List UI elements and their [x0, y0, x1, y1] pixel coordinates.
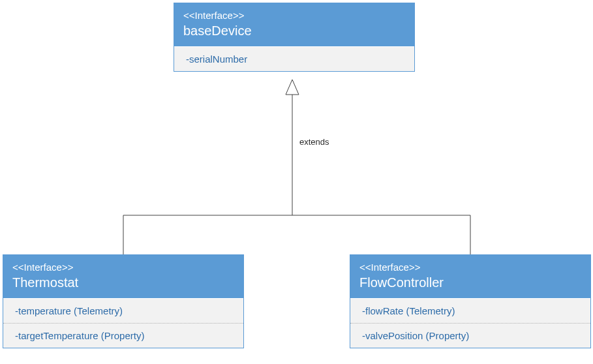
- uml-class-flowcontroller: <<Interface>> FlowController -flowRate (…: [350, 254, 591, 348]
- class-member: -valvePosition (Property): [350, 323, 590, 348]
- class-member: -flowRate (Telemetry): [350, 298, 590, 323]
- class-name: FlowController: [359, 275, 581, 290]
- class-name: Thermostat: [12, 275, 234, 290]
- stereotype-label: <<Interface>>: [359, 262, 581, 273]
- uml-header: <<Interface>> Thermostat: [3, 255, 243, 298]
- uml-class-thermostat: <<Interface>> Thermostat -temperature (T…: [3, 254, 244, 348]
- stereotype-label: <<Interface>>: [183, 10, 405, 21]
- svg-marker-4: [286, 80, 299, 95]
- class-member: -temperature (Telemetry): [3, 298, 243, 323]
- class-name: baseDevice: [183, 23, 405, 38]
- class-member: -serialNumber: [174, 46, 414, 71]
- relationship-label: extends: [299, 137, 329, 147]
- uml-header: <<Interface>> FlowController: [350, 255, 590, 298]
- stereotype-label: <<Interface>>: [12, 262, 234, 273]
- class-member: -targetTemperature (Property): [3, 323, 243, 348]
- uml-class-base: <<Interface>> baseDevice -serialNumber: [174, 3, 415, 72]
- uml-header: <<Interface>> baseDevice: [174, 3, 414, 46]
